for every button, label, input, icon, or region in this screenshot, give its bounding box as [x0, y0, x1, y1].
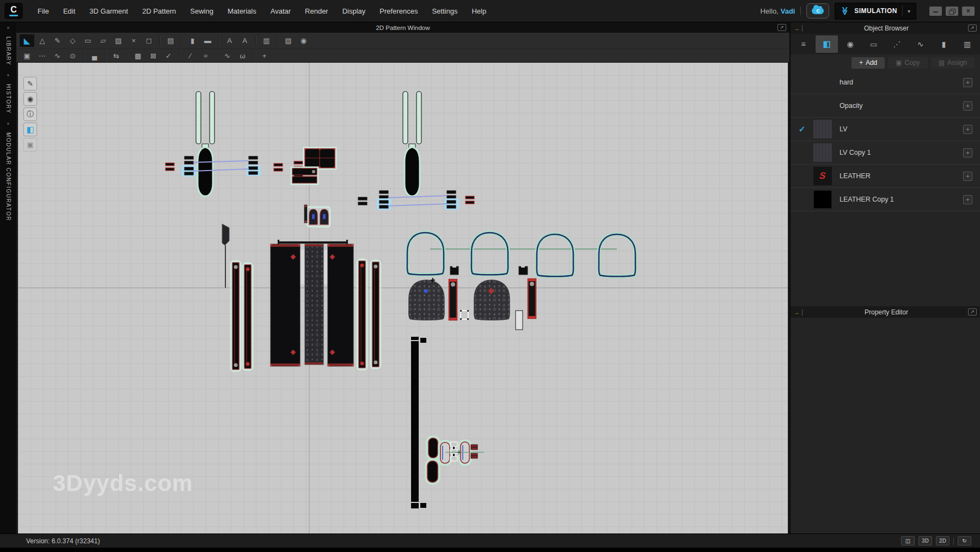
- tab-piping[interactable]: ▮: [933, 35, 955, 53]
- popout-icon[interactable]: ↗: [968, 25, 977, 32]
- save-fabric-icon[interactable]: +: [963, 101, 972, 111]
- tool-edit-seamline[interactable]: ×: [126, 34, 141, 47]
- tool-avatar-pair[interactable]: ◉: [296, 34, 311, 47]
- tool-edit-measure[interactable]: ▮: [185, 34, 200, 47]
- tool-edit-pattern[interactable]: △: [35, 34, 50, 47]
- view-2d-button[interactable]: 2D: [936, 536, 950, 545]
- tool-fabric-strip[interactable]: ▥: [259, 34, 274, 47]
- tool-topstitch-garment[interactable]: ▩: [131, 50, 145, 62]
- pattern-piece-side-strip[interactable]: [371, 260, 381, 368]
- menu-edit[interactable]: Edit: [56, 0, 82, 22]
- tool-polygon[interactable]: ▭: [81, 34, 95, 47]
- pattern-piece-small-square[interactable]: [519, 266, 528, 275]
- pattern-piece-body-right[interactable]: [328, 244, 353, 366]
- pattern-piece-outline-rect[interactable]: [516, 311, 523, 330]
- view-3d-button[interactable]: 3D: [918, 536, 932, 545]
- simulation-dropdown-caret[interactable]: ▾: [908, 8, 910, 14]
- tool-swap-garment[interactable]: ⇆: [109, 50, 124, 62]
- tool-colorway-garment[interactable]: +: [257, 50, 272, 62]
- pattern-piece-monogram-strip[interactable]: [305, 244, 323, 365]
- pattern-piece-strap-right[interactable]: [403, 92, 421, 196]
- pattern-piece-dome-outline[interactable]: [599, 234, 635, 276]
- pattern-piece-red-bits[interactable]: [471, 445, 477, 458]
- menu-3d-garment[interactable]: 3D Garment: [82, 0, 135, 22]
- check-icon[interactable]: ✓: [791, 124, 813, 134]
- save-fabric-icon[interactable]: +: [963, 78, 972, 87]
- pattern-piece-body-left[interactable]: [271, 244, 300, 366]
- tool-elastic-band[interactable]: ω: [235, 50, 250, 62]
- tool-free-topstitch[interactable]: ≈: [198, 50, 213, 62]
- fabric-row-opacity[interactable]: Opacity +: [791, 94, 980, 118]
- pattern-piece-outline-square[interactable]: [460, 310, 469, 320]
- simulation-button[interactable]: ≫ SIMULATION ▾: [835, 3, 916, 20]
- menu-display[interactable]: Display: [335, 0, 373, 22]
- menu-sewing[interactable]: Sewing: [183, 0, 220, 22]
- menu-settings[interactable]: Settings: [425, 0, 464, 22]
- fabric-row-leather-copy[interactable]: LEATHER Copy 1 +: [791, 188, 980, 211]
- tool-segment-sewing[interactable]: ▣: [20, 50, 34, 62]
- split-view-button[interactable]: ◫: [901, 536, 915, 545]
- menu-render[interactable]: Render: [298, 0, 335, 22]
- assign-button[interactable]: ▤Assign: [931, 57, 975, 69]
- menu-preferences[interactable]: Preferences: [372, 0, 425, 22]
- pattern-piece-side-strip[interactable]: [357, 259, 367, 369]
- pattern-piece-side-strip[interactable]: [243, 263, 253, 370]
- tab-scene-list[interactable]: ≡: [792, 35, 814, 53]
- tool-trace-pattern[interactable]: ◻: [142, 34, 156, 47]
- menu-2d-pattern[interactable]: 2D Pattern: [135, 0, 183, 22]
- pattern-piece-strap-left[interactable]: [196, 92, 215, 196]
- restore-button[interactable]: [946, 7, 958, 16]
- save-fabric-icon[interactable]: +: [963, 125, 972, 134]
- pattern-piece-dome-outline[interactable]: [537, 234, 573, 276]
- pattern-info-button[interactable]: ⓘ: [23, 107, 37, 121]
- tool-zigzag-elastic[interactable]: ∿: [220, 50, 235, 62]
- copy-button[interactable]: ▣Copy: [888, 57, 927, 69]
- tool-rectangle[interactable]: ▱: [96, 34, 111, 47]
- menu-materials[interactable]: Materials: [220, 0, 264, 22]
- tool-iron[interactable]: ▄: [87, 50, 102, 62]
- tab-puckering[interactable]: ∿: [909, 35, 932, 53]
- pattern-piece-red-strip[interactable]: [449, 280, 457, 320]
- fabric-row-lv[interactable]: ✓ LV +: [791, 118, 980, 141]
- lock-pattern-button[interactable]: ▣: [23, 138, 37, 151]
- fabric-row-lv-copy[interactable]: LV Copy 1 +: [791, 141, 980, 165]
- pattern-piece-flag[interactable]: [222, 224, 229, 288]
- tool-curve-sewing[interactable]: ∿: [50, 50, 65, 62]
- pattern-piece-small-square[interactable]: [450, 266, 458, 275]
- add-button[interactable]: +Add: [852, 57, 885, 69]
- tool-segment-topstitch[interactable]: ∕: [183, 50, 198, 62]
- tool-dart[interactable]: ▨: [111, 34, 126, 47]
- minimize-button[interactable]: [929, 7, 942, 16]
- tab-topstitch[interactable]: ⋰: [886, 35, 908, 53]
- tab-button[interactable]: ◉: [839, 35, 861, 53]
- show-sewing-button[interactable]: ✎: [23, 77, 37, 90]
- menu-help[interactable]: Help: [464, 0, 493, 22]
- sync-button[interactable]: ↻: [958, 536, 971, 545]
- tool-edit-curvature[interactable]: ✎: [50, 34, 65, 47]
- pattern-piece-dome-filled[interactable]: [409, 280, 444, 320]
- save-fabric-icon[interactable]: +: [963, 148, 972, 157]
- sidebar-tab-history[interactable]: HISTORY: [5, 84, 11, 114]
- tool-remove-stitch-garment[interactable]: ⊠: [146, 50, 161, 62]
- cloud-sync-button[interactable]: C: [806, 3, 829, 19]
- tool-pattern-annotation[interactable]: A: [222, 34, 237, 47]
- menu-file[interactable]: File: [30, 0, 56, 22]
- pattern-piece-arch-pair[interactable]: [304, 205, 330, 227]
- fabric-row-leather[interactable]: S LEATHER +: [791, 165, 980, 188]
- pattern-piece-dome-outline[interactable]: [407, 233, 444, 275]
- sewing-cluster-left[interactable]: [166, 156, 303, 177]
- pattern-piece-grid-gusset[interactable]: [304, 148, 336, 169]
- fabric-row-hard[interactable]: hard +: [791, 71, 980, 94]
- popout-icon[interactable]: ↗: [968, 308, 977, 316]
- popout-icon[interactable]: ↗: [777, 24, 786, 31]
- pattern-canvas[interactable]: ✎ ◉ ⓘ ◧ ▣ 3Dyyds.com: [18, 63, 788, 533]
- pattern-piece-dome-filled[interactable]: [474, 280, 510, 320]
- close-button[interactable]: ×: [962, 7, 975, 16]
- save-fabric-icon[interactable]: +: [963, 172, 972, 181]
- pattern-piece-dome-outline[interactable]: [471, 233, 508, 275]
- pattern-piece-pill-cluster[interactable]: [426, 436, 484, 484]
- tool-edit-ruler[interactable]: ▬: [200, 34, 215, 47]
- collapse-arrow-icon[interactable]: →: [794, 309, 803, 316]
- tool-check-garment[interactable]: ✓: [161, 50, 176, 62]
- tool-fold-arrangement[interactable]: ▤: [163, 34, 178, 47]
